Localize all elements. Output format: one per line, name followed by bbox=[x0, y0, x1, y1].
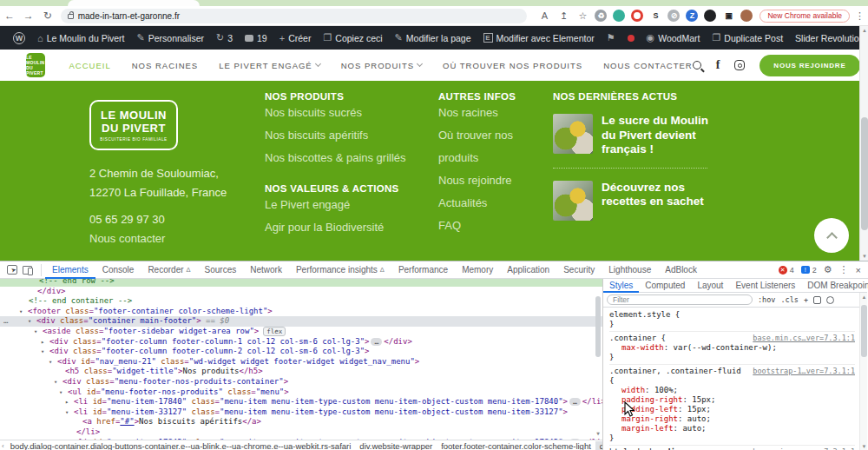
nav-item[interactable]: NOS PRODUITS bbox=[341, 61, 422, 70]
instagram-icon[interactable] bbox=[734, 60, 745, 70]
devtools-tab-adblock[interactable]: AdBlock bbox=[658, 261, 704, 279]
footer-link[interactable]: Nos biscuits apéritifs bbox=[265, 124, 408, 147]
back-button[interactable]: ← bbox=[0, 6, 19, 25]
window-icon[interactable]: ▣ bbox=[722, 10, 734, 22]
scroll-to-top-button[interactable] bbox=[814, 218, 849, 253]
pseudo-state-toggle[interactable]: :hov bbox=[758, 295, 775, 304]
sidebar-tab-layout[interactable]: Layout bbox=[691, 279, 729, 293]
sidebar-tab-computed[interactable]: Computed bbox=[639, 279, 691, 293]
devtools-tab-performance[interactable]: Performance bbox=[391, 261, 455, 279]
nav-item[interactable]: LE PIVERT ENGAGÉ bbox=[219, 61, 320, 70]
reload-button[interactable]: ↻ bbox=[38, 6, 57, 25]
sidebar-tab-event-listeners[interactable]: Event Listeners bbox=[729, 279, 801, 293]
admin-bar-item[interactable]: ❐Copiez ceci bbox=[317, 26, 388, 50]
recycle-icon[interactable]: ♻ bbox=[595, 10, 607, 22]
devtools-tab-security[interactable]: Security bbox=[556, 261, 602, 279]
green-circle-icon[interactable] bbox=[613, 10, 625, 22]
collapsed-content-button[interactable]: … bbox=[569, 398, 581, 406]
footer-link[interactable]: Le Pivert engagé bbox=[265, 194, 408, 216]
letter-s-icon[interactable]: S bbox=[649, 10, 661, 22]
translate-icon[interactable]: A bbox=[537, 9, 551, 23]
dom-tree-row[interactable]: <h5 class="widget-title">Nos produits</h… bbox=[0, 367, 602, 377]
layout-icon[interactable] bbox=[813, 296, 821, 304]
error-badge[interactable]: ✕ 4 bbox=[779, 266, 794, 275]
lock-icon[interactable] bbox=[68, 14, 74, 19]
search-icon[interactable] bbox=[693, 61, 701, 69]
chrome-update-button[interactable]: New Chrome available bbox=[760, 10, 850, 23]
admin-bar-item[interactable]: ⌂Le Moulin du Pivert bbox=[31, 26, 131, 50]
zotero-icon[interactable]: Z bbox=[686, 10, 698, 22]
elements-scrollbar[interactable]: ▼ bbox=[595, 279, 602, 440]
styles-filter-input[interactable]: Filter bbox=[607, 294, 753, 305]
admin-bar-item[interactable]: ◉WoodMart bbox=[641, 26, 707, 50]
dom-tree-row[interactable]: ▾<footer class="footer-container color-s… bbox=[0, 307, 602, 317]
dom-tree-row[interactable]: ▸<li id="menu-item-17840" class="menu-it… bbox=[0, 397, 602, 407]
admin-bar-item[interactable]: ↻3 bbox=[210, 26, 239, 50]
dom-tree-row[interactable]: <!-- end container --> bbox=[0, 296, 602, 307]
footer-link[interactable]: Où trouver nos produits bbox=[438, 124, 542, 169]
breadcrumb-item[interactable]: div.website-wrapper bbox=[355, 441, 437, 450]
dom-tree-row[interactable]: ▾<div id="nav_menu-21" class="wd-widget … bbox=[0, 357, 602, 367]
css-rule[interactable]: base.min.cs…ver=7.3.1:1.container {max-w… bbox=[609, 332, 855, 365]
bookmark-star-icon[interactable]: ☆ bbox=[575, 9, 589, 23]
css-source-link[interactable]: bootstrap-1…ver=7.3.1:1 bbox=[753, 367, 855, 376]
css-property[interactable]: margin-right: auto; bbox=[609, 414, 855, 424]
compass-icon[interactable]: ⊘ bbox=[667, 10, 680, 22]
issues-badge[interactable]: ! 2 bbox=[801, 266, 817, 275]
collapsed-content-button[interactable]: … bbox=[371, 338, 382, 346]
opera-ring-icon[interactable] bbox=[631, 10, 643, 22]
dom-tree-row[interactable]: ▸<li id="menu-item-17842" class="menu-it… bbox=[0, 438, 602, 440]
footer-link[interactable]: Nous rejoindre bbox=[438, 169, 542, 192]
css-property[interactable]: width: 100%; bbox=[609, 386, 855, 395]
devtools-tab-application[interactable]: Application bbox=[500, 261, 556, 279]
breadcrumb-left-arrow[interactable]: ‹ bbox=[0, 442, 6, 450]
devtools-tab-performance-insights[interactable]: Performance insightsΔ bbox=[289, 261, 391, 279]
admin-bar-item[interactable]: ❐Duplicate Post bbox=[706, 26, 789, 50]
devtools-tab-sources[interactable]: Sources bbox=[198, 261, 244, 279]
dom-tree-row[interactable]: <a href="#">Nos biscuits apéritifs</a> bbox=[0, 417, 602, 427]
browser-menu-icon[interactable]: ⋮ bbox=[855, 10, 865, 22]
dom-tree-row[interactable]: <!-- end row --> bbox=[0, 279, 602, 287]
active-tab[interactable] bbox=[68, 0, 200, 6]
dom-tree-row[interactable]: </div> bbox=[0, 287, 602, 297]
admin-bar-item[interactable]: ✎Modifier la page bbox=[389, 26, 477, 50]
dom-tree-row[interactable]: </li> bbox=[0, 427, 602, 438]
css-property[interactable]: padding-left: 15px; bbox=[609, 405, 855, 414]
css-property[interactable]: max-width: var(--wd-container-w); bbox=[609, 343, 855, 353]
css-rule[interactable]: base.min.cs…ver=7.3.1:1html, body, div, … bbox=[609, 446, 855, 450]
dom-tree-row[interactable]: ▾<div class="menu-footer-nos-produits-co… bbox=[0, 377, 602, 387]
scrollbar-thumb[interactable] bbox=[861, 117, 868, 230]
css-property[interactable]: padding-right: 15px; bbox=[609, 395, 855, 405]
admin-bar-item[interactable]: EModifier avec Elementor bbox=[477, 26, 601, 50]
nav-item[interactable]: ACCUEIL bbox=[69, 61, 111, 70]
footer-link[interactable]: Nos racines bbox=[438, 102, 542, 124]
scrollbar-up-arrow[interactable]: ▲ bbox=[860, 28, 868, 33]
sidebar-tab-styles[interactable]: Styles bbox=[603, 279, 639, 293]
url-text[interactable]: made-in-tarn-et-garonne.fr bbox=[78, 11, 180, 21]
breadcrumb-item[interactable]: body.dialog-container.dialog-buttons-con… bbox=[6, 441, 356, 450]
page-scrollbar[interactable]: ▲ ▼ bbox=[859, 26, 868, 261]
collapsed-content-button[interactable]: … bbox=[569, 439, 581, 440]
tree-gutter-ellipsis[interactable]: … bbox=[3, 316, 8, 327]
admin-bar-item[interactable]: +Créer bbox=[273, 26, 318, 50]
admin-bar-item[interactable]: 19 bbox=[239, 26, 273, 50]
styles-scrollbar-up[interactable]: ▲ bbox=[860, 294, 868, 300]
elements-scrollbar-down[interactable]: ▼ bbox=[595, 428, 602, 439]
dom-tree-row[interactable]: ▾<li id="menu-item-33127" class="menu-it… bbox=[0, 407, 602, 418]
puzzle-icon[interactable] bbox=[704, 10, 716, 22]
avatar-icon[interactable] bbox=[740, 10, 753, 22]
join-us-button[interactable]: NOUS REJOINDRE bbox=[760, 55, 859, 76]
css-source-link[interactable]: base.min.cs…ver=7.3.1:1 bbox=[753, 334, 855, 343]
admin-bar-item[interactable]: W bbox=[7, 26, 31, 50]
styles-scrollbar[interactable]: ▲ ▼ bbox=[859, 293, 867, 450]
nav-item[interactable]: NOUS CONTACTER bbox=[603, 61, 693, 70]
dom-tree-row[interactable]: ▸<div class="footer-column footer-column… bbox=[0, 337, 602, 347]
devtools-menu-icon[interactable]: ⋮ bbox=[839, 264, 849, 275]
facebook-icon[interactable]: f bbox=[716, 58, 720, 72]
dom-tree-row[interactable]: ▾<div class="footer-column footer-column… bbox=[0, 347, 602, 357]
new-rule-button[interactable]: + bbox=[804, 295, 808, 304]
device-toolbar-icon[interactable] bbox=[23, 266, 32, 275]
dom-tree-row[interactable]: ▾<aside class="footer-sidebar widget-are… bbox=[0, 327, 602, 337]
news-item[interactable]: Découvrez nos recettes en sachet bbox=[553, 181, 713, 221]
site-logo[interactable]: LE MOULIN DU PIVERT bbox=[26, 53, 45, 77]
